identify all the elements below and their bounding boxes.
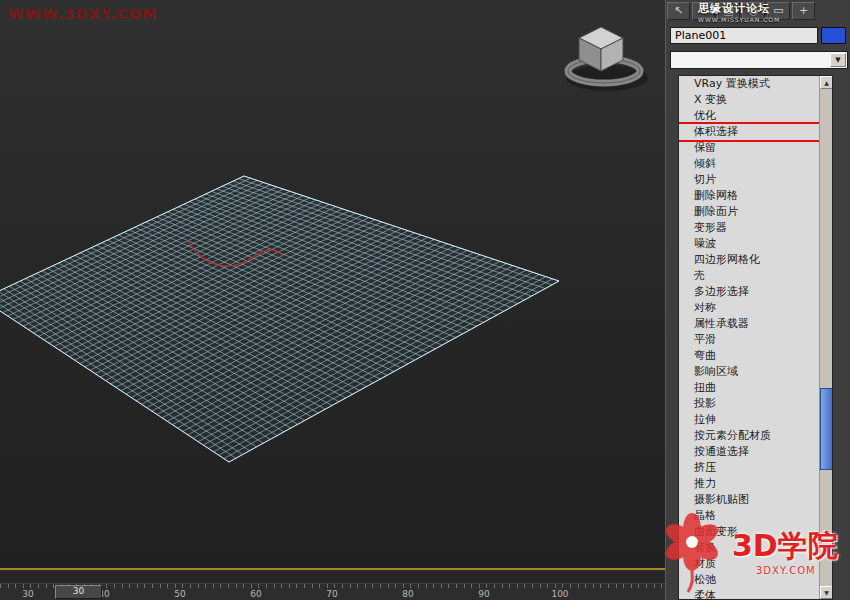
- timeline-label: 60: [250, 589, 261, 599]
- object-name-field[interactable]: [670, 27, 818, 44]
- modifier-list-item[interactable]: 属性承载器: [679, 316, 819, 332]
- panel-tab-motion-icon[interactable]: ◎: [742, 2, 765, 20]
- timeline-label: 30: [22, 589, 33, 599]
- modifier-list-item[interactable]: 投影: [679, 396, 819, 412]
- timeline-label: 90: [478, 589, 489, 599]
- modifier-list-item[interactable]: 弯曲: [679, 348, 819, 364]
- panel-tab-row: ↖◠▣◎▭+: [667, 2, 848, 22]
- modifier-dropdown: VRay 置换模式X 变换优化体积选择保留倾斜切片删除网格删除面片变形器噪波四边…: [678, 75, 833, 600]
- modifier-list-item[interactable]: 按元素分配材质: [679, 428, 819, 444]
- application-window: WWW.3DXY.COM 30405060708090100 30 ↖◠▣◎▭+…: [0, 0, 850, 600]
- modifier-list-item[interactable]: 保留: [679, 140, 819, 156]
- modifier-list-item[interactable]: X 变换: [679, 92, 819, 108]
- top-left-watermark: WWW.3DXY.COM: [8, 6, 158, 22]
- timeline-label: 70: [326, 589, 337, 599]
- modifier-list-item[interactable]: 挤压: [679, 460, 819, 476]
- modifier-list-item[interactable]: 推力: [679, 476, 819, 492]
- modifier-list-item[interactable]: 体积选择: [679, 124, 819, 140]
- scrollbar-thumb[interactable]: [820, 388, 833, 470]
- modifier-list-item[interactable]: 按通道选择: [679, 444, 819, 460]
- modifier-list-item[interactable]: 平滑: [679, 332, 819, 348]
- modifier-list-item[interactable]: 删除面片: [679, 204, 819, 220]
- panel-tab-create-icon[interactable]: ↖: [667, 2, 690, 20]
- modifier-list-item[interactable]: 松弛: [679, 572, 819, 588]
- modifier-list-item[interactable]: 变形器: [679, 220, 819, 236]
- modifier-list-item[interactable]: 优化: [679, 108, 819, 124]
- modifier-list-item[interactable]: 拉伸: [679, 412, 819, 428]
- modifier-list-combo[interactable]: ▼: [670, 51, 848, 69]
- modifier-list-item[interactable]: VRay 置换模式: [679, 76, 819, 92]
- modifier-list-item[interactable]: 影响区域: [679, 364, 819, 380]
- modifier-list-item[interactable]: 替换: [679, 540, 819, 556]
- modifier-list-item[interactable]: 对称: [679, 300, 819, 316]
- panel-tab-utilities-icon[interactable]: +: [792, 2, 815, 20]
- current-frame-indicator[interactable]: 30: [55, 585, 102, 599]
- modifier-list-item[interactable]: 扭曲: [679, 380, 819, 396]
- track-bar[interactable]: [0, 570, 665, 583]
- timeline-label: 100: [551, 589, 568, 599]
- scroll-down-icon[interactable]: ▼: [820, 586, 833, 599]
- modifier-list-item[interactable]: 柔体: [679, 588, 819, 599]
- modifier-list-scrollbar[interactable]: ▲ ▼: [819, 76, 832, 599]
- perspective-viewport[interactable]: WWW.3DXY.COM: [0, 0, 665, 570]
- modifier-list-item[interactable]: 删除网格: [679, 188, 819, 204]
- panel-tab-display-icon[interactable]: ▭: [767, 2, 790, 20]
- scroll-up-icon[interactable]: ▲: [820, 76, 833, 89]
- modifier-list-item[interactable]: 噪波: [679, 236, 819, 252]
- modifier-list-item[interactable]: 切片: [679, 172, 819, 188]
- object-color-swatch[interactable]: [821, 27, 846, 44]
- view-orientation-gizmo[interactable]: [566, 27, 648, 91]
- modifier-list: VRay 置换模式X 变换优化体积选择保留倾斜切片删除网格删除面片变形器噪波四边…: [679, 76, 819, 599]
- modifier-list-item[interactable]: 多边形选择: [679, 284, 819, 300]
- modifier-list-item[interactable]: 曲面变形: [679, 524, 819, 540]
- modifier-list-item[interactable]: 四边形网格化: [679, 252, 819, 268]
- viewport-canvas[interactable]: [0, 0, 665, 570]
- modifier-list-item[interactable]: 倾斜: [679, 156, 819, 172]
- panel-tab-hierarchy-icon[interactable]: ▣: [717, 2, 740, 20]
- modifier-list-item[interactable]: 摄影机贴图: [679, 492, 819, 508]
- modifier-list-item[interactable]: 壳: [679, 268, 819, 284]
- timeline-label: 80: [402, 589, 413, 599]
- chevron-down-icon[interactable]: ▼: [830, 53, 846, 67]
- timeline-label: 50: [174, 589, 185, 599]
- modifier-list-item[interactable]: 材质: [679, 556, 819, 572]
- panel-tab-modify-icon[interactable]: ◠: [692, 2, 715, 20]
- modifier-list-item[interactable]: 晶格: [679, 508, 819, 524]
